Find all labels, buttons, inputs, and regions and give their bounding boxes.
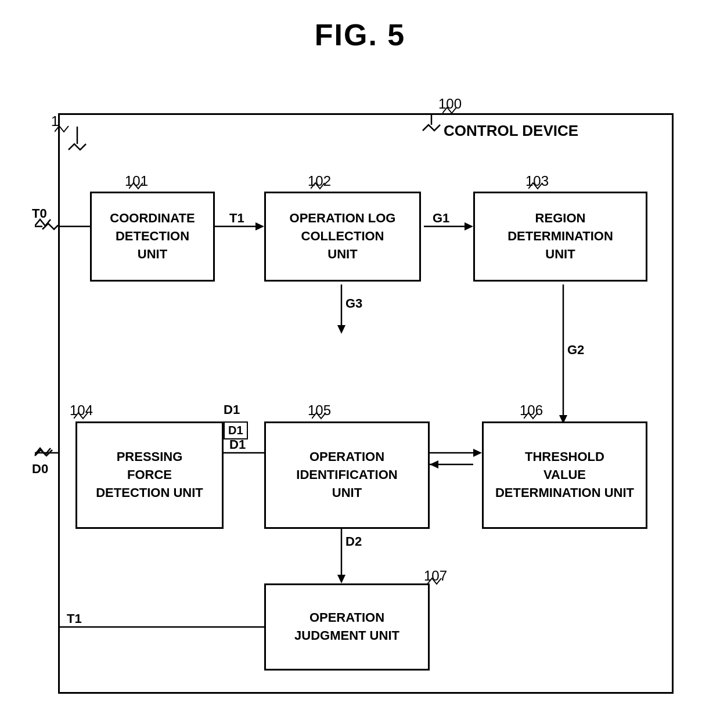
signal-G2: G2 [567, 343, 584, 358]
control-device-label: CONTROL DEVICE [441, 122, 581, 140]
signal-D0: D0 [32, 462, 48, 477]
zigzag-102 [311, 180, 328, 192]
region-determination-unit: REGION DETERMINATION UNIT [473, 192, 647, 282]
zigzag-101 [129, 180, 146, 192]
zigzag-T0 [35, 217, 55, 229]
pressing-force-detection-unit: PRESSING FORCE DETECTION UNIT [75, 421, 224, 529]
signal-T1-left: T1 [229, 211, 244, 226]
signal-G3: G3 [345, 296, 362, 311]
zigzag-100 [442, 104, 460, 116]
zigzag-106 [524, 410, 541, 421]
threshold-value-determination-unit: THRESHOLD VALUE DETERMINATION UNIT [482, 421, 647, 529]
operation-judgment-unit: OPERATION JUDGMENT UNIT [264, 583, 430, 671]
operation-log-collection-unit: OPERATION LOG COLLECTION UNIT [264, 192, 421, 282]
zigzag-107 [427, 575, 445, 587]
operation-identification-unit: OPERATION IDENTIFICATION UNIT [264, 421, 430, 529]
zigzag-104 [74, 410, 91, 421]
zigzag-103 [528, 180, 546, 192]
zigzag-D0 [35, 445, 55, 458]
signal-D2: D2 [345, 534, 362, 549]
fig-title: FIG. 5 [315, 17, 405, 52]
zigzag-105 [312, 410, 329, 421]
coordinate-detection-unit: COORDINATE DETECTION UNIT [90, 192, 215, 282]
signal-D1-box: D1 [224, 402, 240, 417]
signal-T1-bottom: T1 [67, 611, 82, 626]
D1-label-box: D1 [224, 421, 248, 439]
signal-G1: G1 [433, 211, 449, 226]
zigzag-1 [55, 123, 72, 135]
